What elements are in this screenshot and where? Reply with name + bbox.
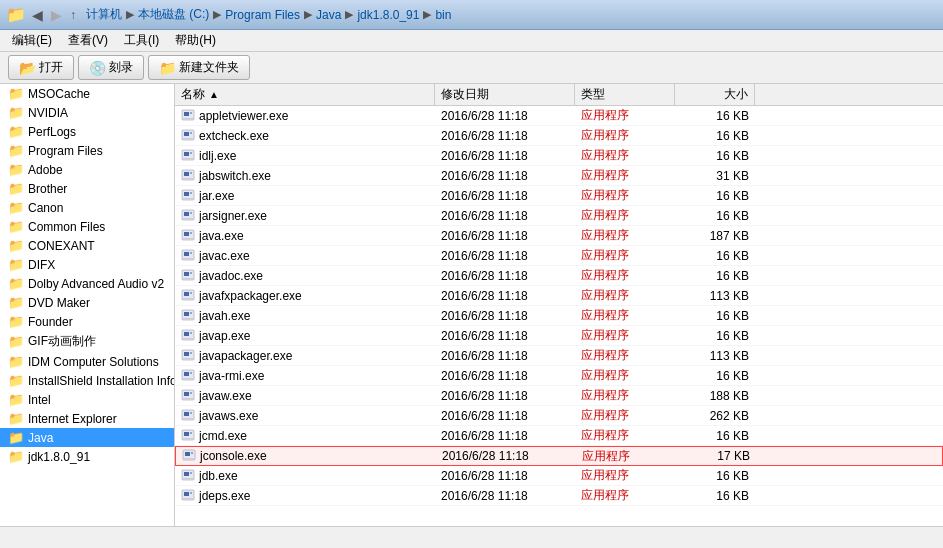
svg-rect-46	[190, 332, 192, 334]
table-row[interactable]: jabswitch.exe2016/6/28 11:18应用程序31 KB	[175, 166, 943, 186]
sidebar-item[interactable]: 📁Java	[0, 428, 174, 447]
sidebar-item[interactable]: 📁DVD Maker	[0, 293, 174, 312]
svg-rect-61	[184, 412, 189, 416]
svg-rect-2	[190, 112, 192, 114]
sort-arrow: ▲	[209, 89, 219, 100]
table-row[interactable]: javah.exe2016/6/28 11:18应用程序16 KB	[175, 306, 943, 326]
burn-icon: 💿	[89, 60, 105, 76]
file-date-cell: 2016/6/28 11:18	[435, 369, 575, 383]
sidebar-item[interactable]: 📁CONEXANT	[0, 236, 174, 255]
sidebar-item[interactable]: 📁IDM Computer Solutions	[0, 352, 174, 371]
table-row[interactable]: jarsigner.exe2016/6/28 11:18应用程序16 KB	[175, 206, 943, 226]
table-row[interactable]: jar.exe2016/6/28 11:18应用程序16 KB	[175, 186, 943, 206]
sidebar-item[interactable]: 📁Adobe	[0, 160, 174, 179]
file-name-cell: javafxpackager.exe	[175, 289, 435, 303]
file-name: appletviewer.exe	[199, 109, 288, 123]
sidebar-item-label: Adobe	[28, 163, 63, 177]
col-type-header[interactable]: 类型	[575, 84, 675, 105]
table-row[interactable]: jdb.exe2016/6/28 11:18应用程序16 KB	[175, 466, 943, 486]
svg-rect-19	[183, 198, 193, 199]
burn-button[interactable]: 💿 刻录	[78, 55, 144, 80]
nav-up-icon[interactable]: ↑	[70, 8, 76, 22]
file-type-cell: 应用程序	[575, 307, 675, 324]
file-name: jcmd.exe	[199, 429, 247, 443]
new-folder-button[interactable]: 📁 新建文件夹	[148, 55, 250, 80]
sidebar-item[interactable]: 📁Internet Explorer	[0, 409, 174, 428]
sidebar-item[interactable]: 📁Intel	[0, 390, 174, 409]
table-row[interactable]: appletviewer.exe2016/6/28 11:18应用程序16 KB	[175, 106, 943, 126]
sidebar-item[interactable]: 📁Program Files	[0, 141, 174, 160]
table-row[interactable]: javaw.exe2016/6/28 11:18应用程序188 KB	[175, 386, 943, 406]
file-name-cell: extcheck.exe	[175, 129, 435, 143]
file-size-cell: 17 KB	[676, 449, 756, 463]
table-row[interactable]: java-rmi.exe2016/6/28 11:18应用程序16 KB	[175, 366, 943, 386]
nav-forward-icon[interactable]: ▶	[51, 7, 62, 23]
svg-rect-49	[184, 352, 189, 356]
menu-view[interactable]: 查看(V)	[60, 30, 116, 51]
sidebar-item[interactable]: 📁NVIDIA	[0, 103, 174, 122]
folder-icon: 📁	[8, 86, 24, 101]
svg-rect-26	[190, 232, 192, 234]
file-size-cell: 16 KB	[675, 209, 755, 223]
nav-back-icon[interactable]: ◀	[32, 7, 43, 23]
col-date-header[interactable]: 修改日期	[435, 84, 575, 105]
exe-icon	[181, 289, 195, 303]
file-name-cell: jdeps.exe	[175, 489, 435, 503]
svg-rect-54	[190, 372, 192, 374]
sidebar-item[interactable]: 📁PerfLogs	[0, 122, 174, 141]
folder-icon: 📁	[8, 143, 24, 158]
sidebar-item-label: NVIDIA	[28, 106, 68, 120]
menu-tools[interactable]: 工具(I)	[116, 30, 167, 51]
table-row[interactable]: javaws.exe2016/6/28 11:18应用程序262 KB	[175, 406, 943, 426]
file-name: jarsigner.exe	[199, 209, 267, 223]
file-size-cell: 187 KB	[675, 229, 755, 243]
file-type-cell: 应用程序	[575, 247, 675, 264]
file-date-cell: 2016/6/28 11:18	[435, 309, 575, 323]
sidebar-item[interactable]: 📁jdk1.8.0_91	[0, 447, 174, 466]
path-bin[interactable]: bin	[435, 8, 451, 22]
sidebar-item[interactable]: 📁Canon	[0, 198, 174, 217]
file-size-cell: 16 KB	[675, 129, 755, 143]
table-row[interactable]: javapackager.exe2016/6/28 11:18应用程序113 K…	[175, 346, 943, 366]
sidebar-item[interactable]: 📁Brother	[0, 179, 174, 198]
folder-icon: 📁	[8, 219, 24, 234]
table-row[interactable]: jcmd.exe2016/6/28 11:18应用程序16 KB	[175, 426, 943, 446]
table-row[interactable]: javac.exe2016/6/28 11:18应用程序16 KB	[175, 246, 943, 266]
sidebar-item[interactable]: 📁Founder	[0, 312, 174, 331]
svg-rect-43	[183, 318, 193, 319]
open-button[interactable]: 📂 打开	[8, 55, 74, 80]
table-row[interactable]: javadoc.exe2016/6/28 11:18应用程序16 KB	[175, 266, 943, 286]
sidebar-item[interactable]: 📁DIFX	[0, 255, 174, 274]
exe-icon	[181, 409, 195, 423]
table-row[interactable]: javap.exe2016/6/28 11:18应用程序16 KB	[175, 326, 943, 346]
path-jdk[interactable]: jdk1.8.0_91	[357, 8, 419, 22]
table-row[interactable]: javafxpackager.exe2016/6/28 11:18应用程序113…	[175, 286, 943, 306]
folder-icon: 📁	[8, 200, 24, 215]
table-row[interactable]: java.exe2016/6/28 11:18应用程序187 KB	[175, 226, 943, 246]
sidebar-item[interactable]: 📁GIF动画制作	[0, 331, 174, 352]
col-name-header[interactable]: 名称 ▲	[175, 84, 435, 105]
col-size-header[interactable]: 大小	[675, 84, 755, 105]
file-type-cell: 应用程序	[575, 367, 675, 384]
file-name: idlj.exe	[199, 149, 236, 163]
table-row[interactable]: jdeps.exe2016/6/28 11:18应用程序16 KB	[175, 486, 943, 506]
menu-help[interactable]: 帮助(H)	[167, 30, 224, 51]
svg-rect-71	[184, 458, 194, 459]
sidebar-item-label: Brother	[28, 182, 67, 196]
path-java[interactable]: Java	[316, 8, 341, 22]
sidebar-item[interactable]: 📁Common Files	[0, 217, 174, 236]
table-row[interactable]: jconsole.exe2016/6/28 11:18应用程序17 KB	[175, 446, 943, 466]
menu-edit[interactable]: 编辑(E)	[4, 30, 60, 51]
path-drive[interactable]: 本地磁盘 (C:)	[138, 6, 209, 23]
sidebar-item[interactable]: 📁InstallShield Installation Infor	[0, 371, 174, 390]
exe-icon	[181, 209, 195, 223]
folder-icon: 📁	[8, 257, 24, 272]
table-row[interactable]: idlj.exe2016/6/28 11:18应用程序16 KB	[175, 146, 943, 166]
path-program-files[interactable]: Program Files	[225, 8, 300, 22]
path-computer[interactable]: 计算机	[86, 6, 122, 23]
sidebar-item[interactable]: 📁MSOCache	[0, 84, 174, 103]
table-row[interactable]: extcheck.exe2016/6/28 11:18应用程序16 KB	[175, 126, 943, 146]
sidebar-item[interactable]: 📁Dolby Advanced Audio v2	[0, 274, 174, 293]
svg-rect-79	[183, 498, 193, 499]
file-name: jdb.exe	[199, 469, 238, 483]
